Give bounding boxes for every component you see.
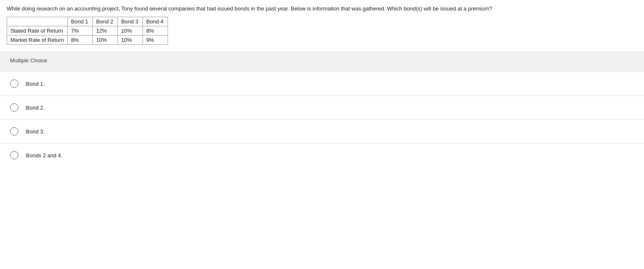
question-section: While doing research on an accounting pr…: [0, 0, 644, 51]
multiple-choice-label: Multiple Choice: [10, 57, 634, 64]
option-bond3[interactable]: Bond 3.: [0, 120, 644, 143]
question-text: While doing research on an accounting pr…: [7, 5, 637, 13]
option-bond2[interactable]: Bond 2.: [0, 96, 644, 120]
table-header-empty: [7, 17, 68, 26]
market-rate-bond3: 10%: [117, 36, 143, 45]
option-bond1-label: Bond 1.: [26, 81, 45, 87]
bonds-table: Bond 1 Bond 2 Bond 3 Bond 4 Stated Rate …: [7, 17, 168, 45]
radio-bond3[interactable]: [10, 127, 18, 136]
stated-rate-bond4: 8%: [143, 26, 168, 36]
option-bonds24-label: Bonds 2 and 4.: [26, 152, 62, 159]
stated-rate-bond3: 10%: [117, 26, 143, 36]
stated-rate-label: Stated Rate of Return: [7, 26, 68, 36]
table-header-bond4: Bond 4: [143, 17, 168, 26]
stated-rate-bond2: 12%: [92, 26, 117, 36]
table-header-bond1: Bond 1: [67, 17, 92, 26]
market-rate-bond1: 8%: [67, 36, 92, 45]
option-bonds24[interactable]: Bonds 2 and 4.: [0, 143, 644, 167]
table-header-bond2: Bond 2: [92, 17, 117, 26]
market-rate-bond2: 10%: [92, 36, 117, 45]
multiple-choice-section: Multiple Choice: [0, 51, 644, 72]
radio-bonds24[interactable]: [10, 151, 18, 159]
stated-rate-bond1: 7%: [67, 26, 92, 36]
radio-bond1[interactable]: [10, 79, 18, 88]
option-bond3-label: Bond 3.: [26, 128, 45, 135]
option-bond1[interactable]: Bond 1.: [0, 72, 644, 96]
options-list: Bond 1. Bond 2. Bond 3. Bonds 2 and 4.: [0, 72, 644, 167]
radio-bond2[interactable]: [10, 103, 18, 112]
table-header-bond3: Bond 3: [117, 17, 143, 26]
market-rate-bond4: 9%: [143, 36, 168, 45]
option-bond2-label: Bond 2.: [26, 105, 45, 111]
market-rate-label: Market Rate of Return: [7, 36, 68, 45]
